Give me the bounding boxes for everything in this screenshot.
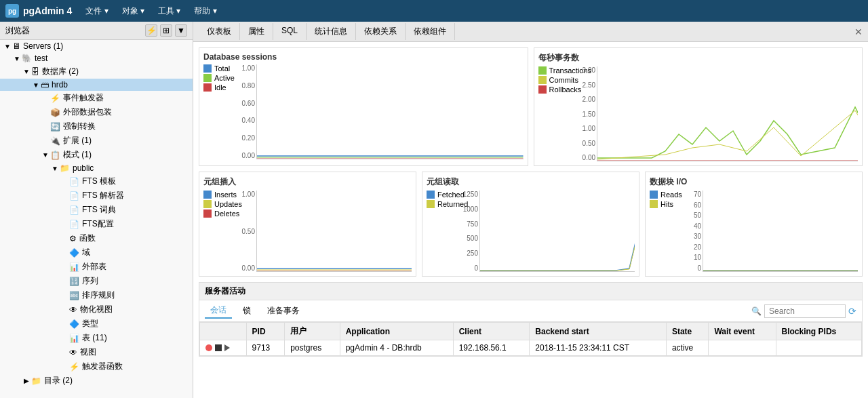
right-panel: 仪表板 属性 SQL 统计信息 依赖关系 依赖组件 ✕ Database ses… <box>193 22 868 398</box>
app-logo: pg pgAdmin 4 <box>5 4 72 18</box>
tree-item-views[interactable]: 👁 视图 <box>0 345 193 359</box>
sidebar-flash-icon[interactable]: ⚡ <box>145 24 157 37</box>
y-label: 0.40 <box>236 117 255 124</box>
stop-icon[interactable] <box>205 344 212 351</box>
y-label: 0.50 <box>576 140 595 147</box>
tree-item-servers[interactable]: ▼ 🖥 Servers (1) <box>0 40 193 52</box>
tree-toggle: ▼ <box>50 165 60 172</box>
y-label: 2.00 <box>576 96 595 103</box>
tree-item-fts-dict[interactable]: 📄 FTS 词典 <box>0 203 193 217</box>
tree-item-hrdb[interactable]: ▼ 🗃 hrdb <box>0 79 193 91</box>
tab-prepared-transactions[interactable]: 准备事务 <box>262 304 305 318</box>
sidebar-grid-icon[interactable]: ⊞ <box>160 24 172 37</box>
charts-row-1: Database sessions Total Active <box>199 47 863 166</box>
tree-item-trigger-funcs[interactable]: ⚡ 触发器函数 <box>0 359 193 374</box>
search-input[interactable] <box>764 304 846 318</box>
refresh-button[interactable]: ⟳ <box>848 306 856 317</box>
menu-tools[interactable]: 工具 ▾ <box>153 4 186 18</box>
tree-toggle: ▼ <box>41 151 50 159</box>
server-activity: 服务器活动 会话 锁 准备事务 🔍 ⟳ PID <box>199 282 863 357</box>
menu-object[interactable]: 对象 ▾ <box>117 4 150 18</box>
tab-dependents[interactable]: 依赖组件 <box>406 23 455 40</box>
fts-dict-label: FTS 词典 <box>82 204 116 216</box>
sidebar-title: 浏览器 <box>5 25 30 37</box>
tree-item-test[interactable]: ▼ 🐘 test <box>0 52 193 64</box>
legend-commits-label: Commits <box>549 76 578 84</box>
tree-item-schemas[interactable]: ▼ 📋 模式 (1) <box>0 148 193 162</box>
tab-dependencies[interactable]: 依赖关系 <box>356 23 406 40</box>
tab-locks[interactable]: 锁 <box>237 304 256 318</box>
legend-hits-color <box>650 200 658 208</box>
tree-item-collations[interactable]: 🔤 排序规则 <box>0 288 193 302</box>
matview-label: 物化视图 <box>80 304 113 315</box>
tps-chart: 每秒事务数 Transactions Commits <box>534 47 863 166</box>
menu-help[interactable]: 帮助 ▾ <box>189 4 222 18</box>
sidebar-filter-icon[interactable]: ▼ <box>175 24 187 37</box>
tab-sessions[interactable]: 会话 <box>205 303 232 319</box>
tree-item-fts-config[interactable]: 📄 FTS配置 <box>0 217 193 231</box>
tree-item-tables[interactable]: 📊 表 (11) <box>0 331 193 345</box>
cell-application: pgAdmin 4 - DB:hrdb <box>340 340 453 356</box>
tree-item-mat-views[interactable]: 👁 物化视图 <box>0 302 193 317</box>
row-controls-cell <box>200 340 247 356</box>
col-wait-event: Wait event <box>709 323 776 340</box>
col-controls <box>200 323 247 340</box>
fdw-icon: 📦 <box>50 108 60 117</box>
tree-item-extensions[interactable]: 🔌 扩展 (1) <box>0 134 193 148</box>
tab-statistics[interactable]: 统计信息 <box>307 23 356 40</box>
coll-label: 排序规则 <box>82 290 115 301</box>
event-trigger-icon: ⚡ <box>50 94 60 103</box>
tps-container: Transactions Commits Rollbacks <box>538 66 859 161</box>
cell-user: postgres <box>285 340 340 356</box>
legend-updates-color <box>203 200 212 208</box>
y-label: 40 <box>686 222 701 230</box>
tree-item-cast[interactable]: 🔄 强制转换 <box>0 119 193 134</box>
tab-sql[interactable]: SQL <box>273 23 307 40</box>
tree-item-functions[interactable]: ⚙ 函数 <box>0 231 193 245</box>
y-label: 0.80 <box>236 82 255 89</box>
legend-deletes-color <box>203 210 212 218</box>
menu-file[interactable]: 文件 ▾ <box>80 4 113 18</box>
tab-properties[interactable]: 属性 <box>240 23 273 40</box>
tree-item-databases[interactable]: ▼ 🗄 数据库 (2) <box>0 64 193 79</box>
tab-dashboard[interactable]: 仪表板 <box>199 23 240 40</box>
fts-par-icon: 📄 <box>69 191 79 201</box>
cell-client: 192.168.56.1 <box>453 340 530 356</box>
tree-item-fdw[interactable]: 📦 外部数据包装 <box>0 105 193 119</box>
activity-search: 🔍 ⟳ <box>751 304 856 318</box>
menu-bar: 文件 ▾ 对象 ▾ 工具 ▾ 帮助 ▾ <box>80 4 222 18</box>
tree-item-sequences[interactable]: 🔢 序列 <box>0 274 193 288</box>
table-header: PID 用户 Application Client Backend start … <box>200 323 862 340</box>
fts-cfg-label: FTS配置 <box>82 218 114 230</box>
legend-reads-label: Reads <box>660 191 682 199</box>
y-label: 0.20 <box>236 134 255 142</box>
tree-item-types[interactable]: 🔷 类型 <box>0 317 193 331</box>
public-label: public <box>73 163 94 173</box>
legend-inserts-color <box>203 191 212 199</box>
tree-item-domains[interactable]: 🔷 域 <box>0 245 193 260</box>
test-label: test <box>35 54 47 63</box>
tuple-in-container: Inserts Updates Deletes <box>203 191 412 272</box>
block-io-container: Reads Hits 70 60 50 <box>650 191 858 272</box>
y-label: 0.60 <box>236 100 255 107</box>
square-icon[interactable] <box>215 344 222 351</box>
tree-item-foreign-tables[interactable]: 📊 外部表 <box>0 260 193 274</box>
y-label: 1000 <box>456 205 478 213</box>
tree-item-public[interactable]: ▼ 📁 public <box>0 162 193 174</box>
cat-label: 目录 (2) <box>44 375 73 386</box>
close-button[interactable]: ✕ <box>854 26 863 37</box>
col-application: Application <box>340 323 453 340</box>
top-tabs: 仪表板 属性 SQL 统计信息 依赖关系 依赖组件 <box>199 23 455 40</box>
play-icon[interactable] <box>224 344 230 351</box>
app-name: pgAdmin 4 <box>23 5 72 16</box>
tree-item-event-triggers[interactable]: ⚡ 事件触发器 <box>0 91 193 105</box>
y-label: 0 <box>456 264 478 272</box>
trig-func-icon: ⚡ <box>69 362 79 372</box>
tree-item-fts-templates[interactable]: 📄 FTS 模板 <box>0 174 193 188</box>
tree-item-catalogs[interactable]: ▶ 📁 目录 (2) <box>0 374 193 388</box>
sidebar-header: 浏览器 ⚡ ⊞ ▼ <box>0 22 193 40</box>
schemas-icon: 📋 <box>50 151 60 160</box>
tree-item-fts-parsers[interactable]: 📄 FTS 解析器 <box>0 188 193 203</box>
block-io-chart: 数据块 I/O Reads Hits <box>645 172 863 277</box>
db-sessions-title: Database sessions <box>203 52 524 62</box>
